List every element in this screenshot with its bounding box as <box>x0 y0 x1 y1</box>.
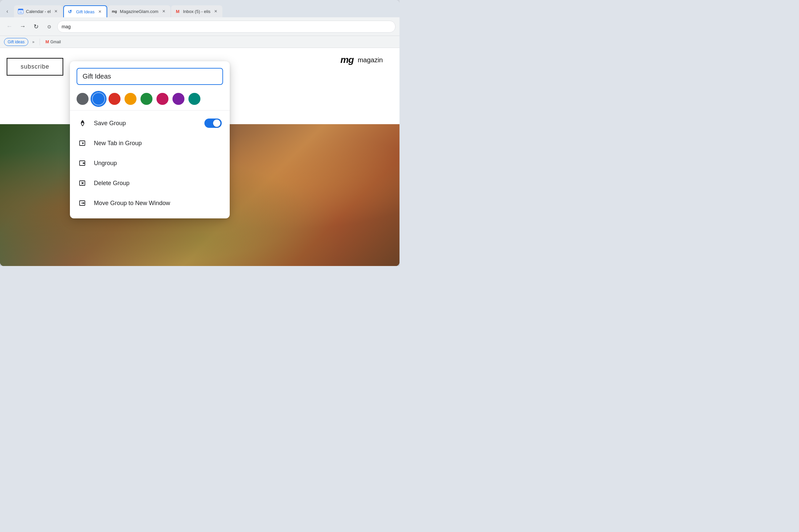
url-input[interactable]: mag <box>57 21 396 33</box>
address-bar: ← → ↻ ⊙ mag <box>0 17 400 36</box>
tab-gift-ideas[interactable]: ↺ Gift Ideas ✕ <box>63 5 107 17</box>
gift-ideas-favicon: ↺ <box>68 9 73 14</box>
delete-group-icon <box>78 178 87 188</box>
color-swatches-container <box>70 90 230 111</box>
bookmark-more-label: » <box>32 40 35 44</box>
delete-group-item[interactable]: Delete Group <box>70 173 230 193</box>
save-group-icon <box>78 118 87 128</box>
bookmark-gmail[interactable]: M Gmail <box>43 38 63 45</box>
url-text: mag <box>62 24 71 29</box>
tab-gmail-close[interactable]: ✕ <box>213 9 218 14</box>
tab-gift-ideas-close[interactable]: ✕ <box>97 9 102 14</box>
swatch-green[interactable] <box>140 93 152 105</box>
swatch-pink[interactable] <box>156 93 169 105</box>
delete-group-label: Delete Group <box>94 180 130 187</box>
magazine-label: magazin <box>358 56 383 64</box>
tab-gmail-title: Inbox (5) - elis <box>183 9 210 14</box>
swatch-teal[interactable] <box>188 93 201 105</box>
page-content: subscribe mg magazin <box>0 48 400 266</box>
bookmarks-divider <box>40 39 40 45</box>
group-name-field[interactable] <box>77 68 223 85</box>
tab-gift-ideas-title: Gift Ideas <box>76 9 95 14</box>
move-group-icon <box>78 198 87 208</box>
subscribe-button[interactable]: subscribe <box>7 58 63 76</box>
ungroup-item[interactable]: Ungroup <box>70 153 230 173</box>
reload-button[interactable]: ↻ <box>31 21 41 32</box>
move-group-label: Move Group to New Window <box>94 200 170 207</box>
ungroup-icon <box>78 158 87 168</box>
gmail-m-icon: M <box>45 39 49 44</box>
swatch-grey[interactable] <box>77 93 89 105</box>
ungroup-label: Ungroup <box>94 160 117 167</box>
tab-back-button[interactable]: ‹ <box>3 7 12 16</box>
toggle-thumb <box>213 119 221 127</box>
magazine-favicon: mg <box>112 9 117 14</box>
bookmark-gift-ideas[interactable]: Gift ideas <box>4 38 28 46</box>
swatch-red[interactable] <box>109 93 120 105</box>
new-tab-item[interactable]: New Tab in Group <box>70 133 230 153</box>
tab-calendar-title: Calendar - el <box>26 9 51 14</box>
calendar-favicon: 31 <box>18 9 23 14</box>
mg-logo-text: mg <box>340 55 354 65</box>
tab-bar: ‹ 31 Calendar - el ✕ ↺ Gift Ideas ✕ mg <box>0 0 400 17</box>
tab-gmail[interactable]: M Inbox (5) - elis ✕ <box>171 5 222 17</box>
tab-magazine[interactable]: mg MagazineGlam.com ✕ <box>108 5 170 17</box>
swatch-blue[interactable] <box>93 93 104 105</box>
save-group-label: Save Group <box>94 120 126 127</box>
tab-group-popup: Save Group New Tab in Group <box>70 61 230 218</box>
bookmark-gmail-label: Gmail <box>50 40 61 44</box>
swatch-purple[interactable] <box>172 93 185 105</box>
new-tab-icon <box>78 138 87 148</box>
save-group-toggle[interactable] <box>204 118 222 128</box>
customize-button[interactable]: ⊙ <box>44 21 55 32</box>
mg-logo: mg magazin <box>340 55 383 65</box>
tab-calendar[interactable]: 31 Calendar - el ✕ <box>14 5 62 17</box>
bookmark-more[interactable]: » <box>30 38 37 45</box>
move-group-item[interactable]: Move Group to New Window <box>70 193 230 213</box>
tab-magazine-title: MagazineGlam.com <box>120 9 158 14</box>
tab-magazine-close[interactable]: ✕ <box>161 9 167 14</box>
tab-calendar-close[interactable]: ✕ <box>53 9 59 14</box>
bookmark-gift-ideas-label: Gift ideas <box>8 40 25 44</box>
group-name-input[interactable] <box>82 73 217 80</box>
new-tab-label: New Tab in Group <box>94 140 142 147</box>
save-group-item[interactable]: Save Group <box>70 113 230 133</box>
browser-window: ‹ 31 Calendar - el ✕ ↺ Gift Ideas ✕ mg <box>0 0 400 266</box>
swatch-orange[interactable] <box>125 93 136 105</box>
back-button[interactable]: ← <box>4 21 15 32</box>
bookmarks-bar: Gift ideas » M Gmail <box>0 36 400 48</box>
subscribe-label: subscribe <box>21 63 49 70</box>
forward-button[interactable]: → <box>17 21 28 32</box>
gmail-favicon: M <box>175 9 180 14</box>
